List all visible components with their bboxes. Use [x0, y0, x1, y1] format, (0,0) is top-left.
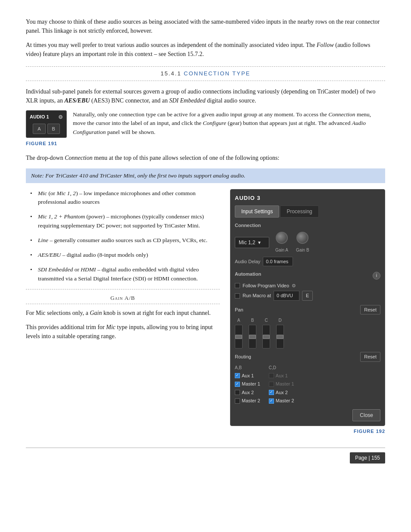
bullet-list: Mic (or Mic 1, 2) – low impedance microp… [26, 189, 220, 283]
gain-b-knob[interactable] [296, 232, 308, 244]
routing-cd-col: C,D Aux 1 Master 1 ✓ Aux 2 [269, 364, 294, 406]
gain-section-divider-top [26, 289, 220, 289]
routing-aux1-ab: ✓ Aux 1 [235, 372, 260, 380]
audio1-btn-b[interactable]: B [47, 124, 60, 134]
panel-title: AUDIO 3 [235, 194, 380, 202]
audio1-buttons: A B [30, 124, 63, 134]
pan-header: Pan Reset [235, 305, 380, 315]
routing-aux2-ab-checkbox[interactable] [235, 390, 240, 395]
follow-program-row: Follow Program Video ⚙ [235, 282, 380, 289]
info-button[interactable]: i [373, 272, 380, 280]
pan-channel-d: D [276, 317, 284, 348]
note-box: Note: For TriCaster 410 and TriCaster Mi… [26, 168, 385, 183]
audio1-title: AUDIO 1 ⚙ [30, 113, 63, 121]
two-col-layout: Mic (or Mic 1, 2) – low impedance microp… [26, 189, 385, 435]
routing-aux1-cd-checkbox[interactable] [269, 373, 274, 378]
run-macro-row: Run Macro at 0 dBVU E [235, 291, 380, 301]
close-btn-row: Close [235, 409, 380, 421]
routing-master2-cd: ✓ Master 2 [269, 397, 294, 404]
automation-row: Automation i [235, 271, 380, 280]
audio3-panel: AUDIO 3 Input Settings Processing Connec… [230, 189, 385, 426]
follow-gear-icon[interactable]: ⚙ [292, 282, 296, 289]
connection-dropdown[interactable]: Mic 1,2 ▾ [235, 237, 269, 248]
connection-section: Connection Mic 1,2 ▾ Gain A [235, 222, 380, 266]
routing-header: Routing Reset [235, 352, 380, 362]
figure-191-box: AUDIO 1 ⚙ A B FIGURE 191 [26, 110, 67, 147]
para-1: You may choose to think of these audio s… [26, 17, 385, 35]
pan-thumb-b [249, 335, 256, 339]
gain-para-1: For Mic selections only, a Gain knob is … [26, 308, 220, 317]
macro-select[interactable]: 0 dBVU [274, 291, 299, 301]
gain-a-knob-item: Gain A [275, 232, 288, 253]
pan-slider-d[interactable] [276, 325, 284, 348]
run-macro-checkbox[interactable] [235, 293, 240, 299]
gain-a-knob[interactable] [276, 232, 288, 244]
figure-191-label: FIGURE 191 [26, 140, 67, 147]
gain-section-divider-bottom [26, 304, 220, 304]
knob-group: Gain A Gain B [275, 232, 309, 253]
pan-channel-b: B [249, 317, 256, 348]
audio1-panel: AUDIO 1 ⚙ A B [26, 110, 67, 138]
connection-row: Mic 1,2 ▾ Gain A Gain B [235, 232, 380, 253]
routing-aux1-cd: Aux 1 [269, 372, 294, 380]
follow-program-checkbox[interactable] [235, 283, 240, 288]
routing-grid: A,B ✓ Aux 1 ✓ Master 1 Aux 2 [235, 364, 380, 406]
pan-channel-c: C [262, 317, 270, 348]
panel-tabs: Input Settings Processing [235, 205, 380, 218]
pan-reset-button[interactable]: Reset [360, 305, 380, 315]
gain-b-knob-item: Gain B [296, 232, 309, 253]
gain-a-label: Gain A [275, 247, 288, 253]
pan-sliders: A B C [235, 317, 380, 348]
routing-aux2-ab: Aux 2 [235, 389, 260, 396]
routing-reset-button[interactable]: Reset [360, 352, 380, 362]
figure-191-text: Naturally, only one connection type can … [73, 110, 385, 137]
page-footer: Page | 155 [26, 448, 385, 464]
routing-master2-ab: Master 2 [235, 397, 260, 404]
routing-master1-ab-checkbox[interactable]: ✓ [235, 382, 240, 387]
routing-master1-ab: ✓ Master 1 [235, 380, 260, 388]
bullet-item-4: AES/EBU – digital audio (8-input models … [30, 251, 220, 259]
connection-label: Connection [235, 222, 380, 229]
bullet-item-3: Line – generally consumer audio sources … [30, 236, 220, 245]
routing-master2-cd-checkbox[interactable]: ✓ [269, 398, 274, 404]
pan-slider-a[interactable] [235, 325, 243, 348]
routing-aux1-ab-checkbox[interactable]: ✓ [235, 373, 240, 378]
audio-delay-input[interactable]: 0.0 frames [263, 257, 293, 267]
left-col: Mic (or Mic 1, 2) – low impedance microp… [26, 189, 220, 435]
e-button[interactable]: E [302, 291, 313, 301]
para-4: The drop-down Connection menu at the top… [26, 153, 385, 162]
bullet-item-2: Mic 1, 2 + Phantom (power) – microphones… [30, 212, 220, 230]
routing-section: Routing Reset A,B ✓ Aux 1 ✓ [235, 352, 380, 406]
pan-slider-c[interactable] [262, 325, 270, 348]
para-2: At times you may well prefer to treat va… [26, 40, 385, 59]
routing-master1-cd-checkbox[interactable] [269, 382, 274, 387]
pan-slider-b[interactable] [249, 325, 256, 348]
pan-channel-a: A [235, 317, 243, 348]
gain-para-2: This provides additional trim for Mic ty… [26, 323, 220, 341]
routing-master2-ab-checkbox[interactable] [235, 398, 240, 404]
gain-sub-heading: Gain A/B [26, 294, 220, 302]
audio-delay-row: Audio Delay 0.0 frames [235, 257, 380, 267]
gear-icon[interactable]: ⚙ [58, 113, 63, 121]
pan-thumb-c [263, 335, 270, 339]
automation-label: Automation [235, 271, 261, 278]
tab-processing[interactable]: Processing [280, 205, 318, 218]
audio1-btn-a[interactable]: A [33, 124, 45, 134]
routing-aux2-cd-checkbox[interactable]: ✓ [269, 390, 274, 395]
figure-192-label: FIGURE 192 [230, 428, 385, 435]
routing-aux2-cd: ✓ Aux 2 [269, 389, 294, 396]
pan-section: Pan Reset A B [235, 305, 380, 349]
section-heading: 15.4.1 CONNECTION TYPE [26, 69, 385, 78]
pan-thumb-a [235, 335, 242, 339]
bullet-item-1: Mic (or Mic 1, 2) – low impedance microp… [30, 189, 220, 207]
para-3: Individual sub-panel panels for external… [26, 87, 385, 105]
right-col: AUDIO 3 Input Settings Processing Connec… [230, 189, 385, 435]
page-number: Page | 155 [350, 452, 385, 464]
pan-thumb-d [277, 335, 283, 339]
tab-input-settings[interactable]: Input Settings [235, 205, 279, 218]
routing-master1-cd: Master 1 [269, 380, 294, 388]
bullet-item-5: SDI Embedded or HDMI – digital audio emb… [30, 265, 220, 283]
section-divider-top [26, 66, 385, 67]
routing-ab-col: A,B ✓ Aux 1 ✓ Master 1 Aux 2 [235, 364, 260, 406]
close-button[interactable]: Close [352, 409, 380, 421]
